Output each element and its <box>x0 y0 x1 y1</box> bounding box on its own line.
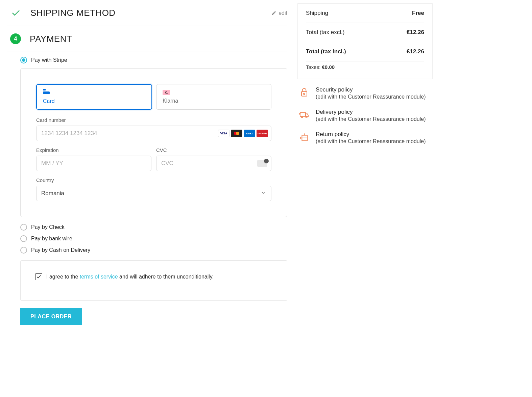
stripe-payment-form: Card K. Klarna Card number VISA <box>20 68 287 217</box>
cvc-input[interactable] <box>156 156 271 171</box>
payment-option-check[interactable]: Pay by Check <box>20 224 287 231</box>
policy-subtitle: (edit with the Customer Reassurance modu… <box>316 94 426 100</box>
summary-shipping-row: Shipping Free <box>306 4 424 23</box>
radio-icon <box>20 57 27 63</box>
return-box-icon <box>299 132 310 142</box>
summary-label: Total (tax incl.) <box>306 48 346 55</box>
lock-icon <box>299 87 310 98</box>
card-number-label: Card number <box>36 117 271 123</box>
tab-card-label: Card <box>43 98 145 104</box>
summary-value: Free <box>412 10 424 17</box>
policy-title: Security policy <box>316 86 426 93</box>
svg-rect-4 <box>300 112 306 116</box>
summary-label: Shipping <box>306 10 328 17</box>
mastercard-icon <box>231 130 242 137</box>
edit-label: edit <box>279 10 287 16</box>
terms-box: I agree to the terms of service and will… <box>20 260 287 301</box>
place-order-button[interactable]: PLACE ORDER <box>20 308 82 325</box>
terms-checkbox[interactable] <box>35 273 42 280</box>
tab-klarna[interactable]: K. Klarna <box>156 84 271 110</box>
radio-icon <box>20 224 27 231</box>
amex-icon: AMEX <box>244 130 255 137</box>
summary-value: €12.26 <box>407 29 424 36</box>
policy-delivery: Delivery policy (edit with the Customer … <box>299 109 433 122</box>
truck-icon <box>299 109 310 120</box>
policy-security: Security policy (edit with the Customer … <box>299 86 433 100</box>
payment-option-cod[interactable]: Pay by Cash on Delivery <box>20 247 287 254</box>
payment-section-header: 4 PAYMENT <box>7 26 287 52</box>
card-brand-icons: VISA AMEX UnionPay <box>218 130 268 137</box>
country-select[interactable] <box>36 186 271 201</box>
summary-value: €12.26 <box>407 48 424 55</box>
card-icon <box>43 89 145 96</box>
payment-option-label: Pay by Check <box>31 224 65 230</box>
unionpay-icon: UnionPay <box>257 130 268 137</box>
klarna-icon: K. <box>163 89 265 96</box>
tab-klarna-label: Klarna <box>163 98 265 104</box>
cvc-label: CVC <box>156 147 271 153</box>
svg-rect-9 <box>302 135 307 141</box>
summary-total-incl-row: Total (tax incl.) €12.26 <box>306 42 424 61</box>
svg-point-5 <box>301 116 303 118</box>
cvc-hint-icon <box>257 160 267 167</box>
pencil-icon <box>271 10 276 16</box>
visa-icon: VISA <box>218 130 229 137</box>
payment-title: PAYMENT <box>30 34 72 44</box>
svg-point-6 <box>306 116 307 118</box>
policy-title: Delivery policy <box>316 109 426 115</box>
shipping-section-header: SHIPPING METHOD edit <box>7 0 287 26</box>
terms-text: I agree to the terms of service and will… <box>46 274 214 280</box>
payment-option-label: Pay with Stripe <box>31 57 67 63</box>
expiration-label: Expiration <box>36 147 151 153</box>
tab-card[interactable]: Card <box>36 84 152 110</box>
payment-option-label: Pay by Cash on Delivery <box>31 247 90 253</box>
svg-point-1 <box>236 132 239 135</box>
country-label: Country <box>36 177 271 183</box>
edit-shipping-link[interactable]: edit <box>271 10 287 16</box>
svg-rect-2 <box>301 91 307 96</box>
policy-subtitle: (edit with the Customer Reassurance modu… <box>316 116 426 122</box>
terms-link[interactable]: terms of service <box>80 274 118 280</box>
payment-option-stripe[interactable]: Pay with Stripe <box>20 57 287 63</box>
radio-icon <box>20 247 27 254</box>
shipping-title: SHIPPING METHOD <box>30 8 116 18</box>
summary-label: Total (tax excl.) <box>306 29 344 36</box>
order-summary: Shipping Free Total (tax excl.) €12.26 T… <box>297 3 433 79</box>
summary-taxes-row: Taxes: €0.00 <box>306 61 424 70</box>
check-icon <box>11 8 21 18</box>
policy-subtitle: (edit with the Customer Reassurance modu… <box>316 138 426 144</box>
svg-point-3 <box>304 93 305 95</box>
summary-total-excl-row: Total (tax excl.) €12.26 <box>306 23 424 42</box>
policy-title: Return policy <box>316 131 426 138</box>
check-icon <box>36 274 42 280</box>
payment-option-bank-wire[interactable]: Pay by bank wire <box>20 235 287 242</box>
expiration-input[interactable] <box>36 156 151 171</box>
policy-return: Return policy (edit with the Customer Re… <box>299 131 433 144</box>
payment-option-label: Pay by bank wire <box>31 236 72 242</box>
radio-icon <box>20 235 27 242</box>
step-badge: 4 <box>10 33 21 44</box>
